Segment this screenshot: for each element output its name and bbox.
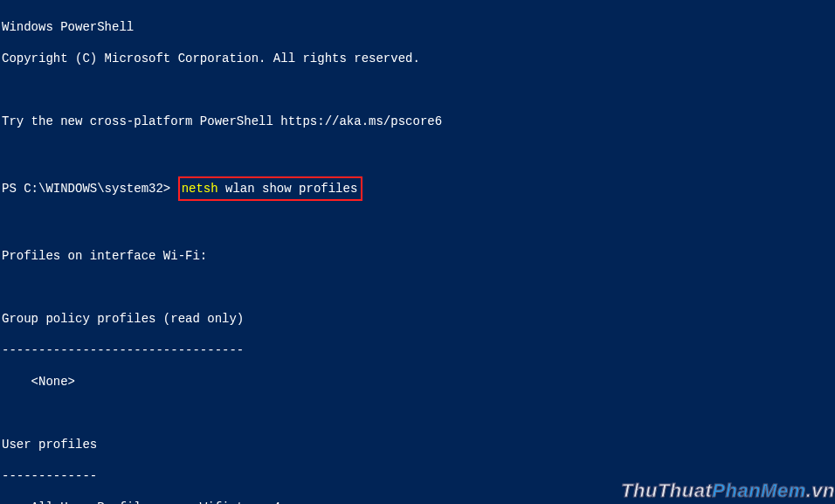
user-profiles-header: User profiles bbox=[2, 437, 833, 452]
prompt-prefix: PS C:\WINDOWS\system32> bbox=[2, 182, 170, 196]
user-profile-row: All User Profile : Wifi tang 4 bbox=[2, 500, 833, 504]
user-profiles-separator: ------------- bbox=[2, 468, 833, 484]
blank-line bbox=[2, 82, 833, 98]
user-profiles-list: All User Profile : Wifi tang 4 All User … bbox=[2, 500, 833, 504]
prompt-line: PS C:\WINDOWS\system32> netsh wlan show … bbox=[2, 176, 833, 201]
command-executable: netsh bbox=[182, 182, 218, 196]
copyright-line: Copyright (C) Microsoft Corporation. All… bbox=[2, 51, 833, 66]
profiles-interface-header: Profiles on interface Wi-Fi: bbox=[2, 248, 833, 264]
command-highlight-box: netsh wlan show profiles bbox=[178, 176, 363, 201]
group-policy-none: <None> bbox=[2, 374, 833, 390]
group-policy-separator: --------------------------------- bbox=[2, 342, 833, 358]
tip-line: Try the new cross-platform PowerShell ht… bbox=[2, 114, 833, 129]
blank-line bbox=[2, 145, 833, 161]
group-policy-header: Group policy profiles (read only) bbox=[2, 311, 833, 327]
command-args: wlan show profiles bbox=[225, 182, 357, 196]
powershell-terminal[interactable]: Windows PowerShell Copyright (C) Microso… bbox=[0, 0, 835, 504]
blank-line bbox=[2, 280, 833, 295]
app-title: Windows PowerShell bbox=[2, 19, 833, 35]
blank-line bbox=[2, 217, 833, 232]
blank-line bbox=[2, 405, 833, 421]
